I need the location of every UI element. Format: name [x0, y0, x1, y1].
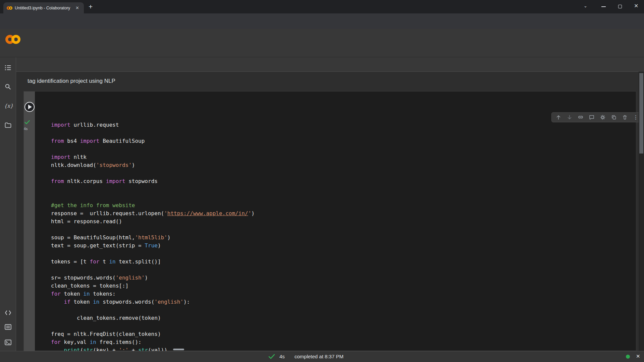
code-line: import nltk [51, 153, 255, 161]
command-palette-icon[interactable] [5, 324, 11, 330]
move-cell-down-icon[interactable] [567, 115, 572, 120]
new-tab-button[interactable]: + [89, 3, 93, 11]
tab-search-icon[interactable]: ⌄ [584, 3, 587, 8]
code-line: freq = nltk.FreqDist(clean_tokens) [51, 330, 255, 338]
code-line: #get the info from website [51, 201, 255, 209]
text-cell[interactable]: tag identification project using NLP [28, 78, 115, 84]
horizontal-scrollbar-thumb[interactable] [173, 349, 184, 350]
tab-title: Untitled3.ipynb - Colaboratory [15, 6, 74, 10]
code-cell: 4s import urllib.request from bs4 import… [23, 91, 636, 351]
window-maximize-button[interactable] [618, 5, 622, 8]
mirror-cell-icon[interactable] [611, 115, 616, 120]
status-exec-time: 4s [279, 354, 285, 359]
status-check-icon [268, 354, 275, 359]
code-line [51, 226, 255, 234]
code-line: text = soup.get_text(strip = True) [51, 242, 255, 250]
colab-favicon [7, 6, 12, 10]
cell-more-actions-icon[interactable]: ⋮ [633, 114, 638, 120]
code-line [51, 266, 255, 274]
code-line: clean_tokens.remove(token) [51, 314, 255, 322]
terminal-icon[interactable] [5, 340, 11, 345]
code-editor[interactable]: import urllib.request from bs4 import Be… [51, 121, 255, 362]
browser-tabstrip: Untitled3.ipynb - Colaboratory ✕ + ⌄ ✕ [0, 0, 644, 13]
window-close-button[interactable]: ✕ [634, 3, 638, 9]
colab-logo[interactable] [5, 34, 21, 45]
search-icon[interactable] [5, 83, 11, 90]
add-comment-icon[interactable] [589, 115, 594, 120]
left-sidebar: {x} [0, 57, 16, 351]
code-line [51, 129, 255, 137]
code-line: from nltk.corpus import stopwords [51, 177, 255, 185]
notebook-area: tag identification project using NLP 4s … [16, 72, 639, 351]
code-line: for key,val in freq.items(): [51, 338, 255, 346]
code-line [51, 169, 255, 177]
code-line [51, 306, 255, 314]
status-close-icon[interactable]: ✕ [636, 353, 640, 359]
run-cell-button[interactable] [24, 102, 35, 112]
code-line [51, 322, 255, 330]
copy-link-icon[interactable] [578, 115, 583, 120]
code-line: if token in stopwords.words('english'): [51, 298, 255, 306]
code-line: soup = BeautifulSoup(html,'html5lib') [51, 234, 255, 242]
variables-icon[interactable]: {x} [4, 103, 13, 109]
status-message: completed at 8:37 PM [294, 354, 343, 359]
kernel-status-dot [626, 355, 630, 359]
code-line: for token in tokens: [51, 290, 255, 298]
cell-toolbar: ⋮ [551, 112, 643, 122]
window-minimize-button[interactable] [601, 6, 606, 7]
browser-toolbar: ← → ↻ colab.research.google.com/drive/1J… [0, 13, 644, 29]
table-of-contents-icon[interactable] [5, 65, 11, 71]
code-line [51, 185, 255, 193]
cell-settings-gear-icon[interactable] [600, 115, 605, 120]
cell-exec-time: 4s [24, 127, 28, 131]
vertical-scrollbar-thumb[interactable] [639, 73, 643, 154]
code-line: sr= stopwords.words('english') [51, 274, 255, 282]
code-line [51, 193, 255, 201]
delete-cell-icon[interactable] [622, 115, 628, 120]
cell-success-check-icon [24, 120, 30, 124]
code-line: response = urllib.request.urlopen('https… [51, 209, 255, 218]
code-snippets-icon[interactable] [5, 310, 11, 315]
files-folder-icon[interactable] [5, 122, 11, 128]
code-line: html = response.read() [51, 218, 255, 226]
code-line [51, 145, 255, 153]
statusbar: 4s completed at 8:37 PM ✕ [0, 351, 644, 362]
notebook-toolbar: + Code + Text RAMDisk [0, 57, 644, 72]
colab-header: Untitled3.ipynb ☆ FileEditViewInsertRunt… [0, 29, 644, 57]
code-line [51, 250, 255, 258]
tab-close-icon[interactable]: ✕ [74, 5, 80, 11]
code-line: nltk.download('stopwords') [51, 161, 255, 169]
code-line: clean_tokens = tokens[:] [51, 282, 255, 290]
code-line: from bs4 import BeautifulSoup [51, 137, 255, 145]
code-line: import urllib.request [51, 121, 255, 129]
browser-tab[interactable]: Untitled3.ipynb - Colaboratory ✕ [3, 2, 84, 13]
move-cell-up-icon[interactable] [556, 115, 561, 120]
code-line: tokens = [t for t in text.split()] [51, 258, 255, 266]
